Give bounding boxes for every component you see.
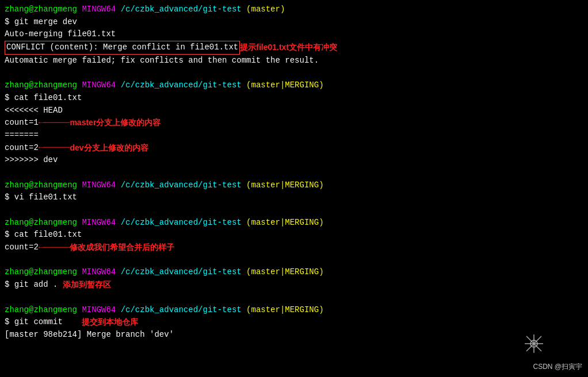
terminal: zhang@zhangmeng MINGW64 /c/czbk_advanced… xyxy=(0,0,588,377)
add-annotation: 添加到暂存区 xyxy=(63,279,111,291)
path-3: /c/czbk_advanced/git-test xyxy=(121,179,242,192)
command-text: $ git merge dev xyxy=(5,16,77,29)
merge-result-line: [master 98eb214] Merge branch 'dev' xyxy=(5,329,583,341)
watermark-text: CSDN @扫寅宇 xyxy=(533,363,582,371)
branch-2: (master|MERGING) xyxy=(246,79,323,92)
username-4: zhang@zhangmeng xyxy=(5,217,77,229)
conflict-separator: ======= xyxy=(5,129,583,142)
shell-name-5: MINGW64 xyxy=(82,266,116,279)
result-annotation: 修改成我们希望合并后的样子 xyxy=(70,241,174,254)
logo-icon xyxy=(524,333,544,354)
branch-5: (master|MERGING) xyxy=(246,266,323,279)
command-merge: $ git merge dev xyxy=(5,16,583,29)
count2-result-line: count=2 ←────── 修改成我们希望合并后的样子 xyxy=(5,241,583,254)
commit-annotation: 提交到本地仓库 xyxy=(82,316,138,329)
username-2: zhang@zhangmeng xyxy=(5,79,77,92)
prompt-line-3: zhang@zhangmeng MINGW64 /c/czbk_advanced… xyxy=(5,179,583,192)
master-annotation: master分支上修改的内容 xyxy=(70,117,161,129)
blank-5 xyxy=(5,291,583,304)
path-1: /c/czbk_advanced/git-test xyxy=(121,3,242,16)
arrow-result: ←────── xyxy=(39,242,70,253)
prompt-line-5: zhang@zhangmeng MINGW64 /c/czbk_advanced… xyxy=(5,266,583,279)
auto-merging-line: Auto-merging file01.txt xyxy=(5,28,583,41)
branch-4: (master|MERGING) xyxy=(246,217,323,229)
conflict-end-marker: >>>>>>> dev xyxy=(5,154,583,167)
username-1: zhang@zhangmeng xyxy=(5,3,77,16)
path-5: /c/czbk_advanced/git-test xyxy=(121,266,242,279)
branch-3: (master|MERGING) xyxy=(246,179,323,192)
blank-2 xyxy=(5,167,583,179)
prompt-line-6: zhang@zhangmeng MINGW64 /c/czbk_advanced… xyxy=(5,304,583,317)
shell-name-3: MINGW64 xyxy=(82,179,116,192)
prompt-line-2: zhang@zhangmeng MINGW64 /c/czbk_advanced… xyxy=(5,79,583,92)
conflict-annotation: 提示file01.txt文件中有冲突 xyxy=(240,41,337,54)
conflict-line: CONFLICT (content): Merge conflict in fi… xyxy=(5,41,583,55)
dev-annotation: dev分支上修改的内容 xyxy=(70,142,148,155)
path-6: /c/czbk_advanced/git-test xyxy=(121,304,242,317)
merge-failed-line: Automatic merge failed; fix conflicts an… xyxy=(5,55,583,67)
count2-line: count=2 ←────── dev分支上修改的内容 xyxy=(5,142,583,155)
shell-name-6: MINGW64 xyxy=(82,304,116,317)
arrow-dev: ←────── xyxy=(39,142,70,153)
command-commit: $ git commit 提交到本地仓库 xyxy=(5,316,583,329)
prompt-line-4: zhang@zhangmeng MINGW64 /c/czbk_advanced… xyxy=(5,217,583,229)
arrow-master: ←────── xyxy=(39,117,70,129)
shell-name-2: MINGW64 xyxy=(82,79,116,92)
username-5: zhang@zhangmeng xyxy=(5,266,77,279)
count1-line: count=1 ←────── master分支上修改的内容 xyxy=(5,117,583,129)
blank-3 xyxy=(5,204,583,217)
conflict-message: CONFLICT (content): Merge conflict in fi… xyxy=(5,41,240,55)
conflict-head-marker: <<<<<<< HEAD xyxy=(5,105,583,117)
branch-1: (master) xyxy=(246,3,285,16)
watermark: CSDN @扫寅宇 xyxy=(533,361,582,372)
command-cat-1: $ cat file01.txt xyxy=(5,92,583,105)
prompt-line-1: zhang@zhangmeng MINGW64 /c/czbk_advanced… xyxy=(5,3,583,16)
shell-name-4: MINGW64 xyxy=(82,217,116,229)
command-cat-2: $ cat file01.txt xyxy=(5,229,583,241)
path-4: /c/czbk_advanced/git-test xyxy=(121,217,242,229)
username-6: zhang@zhangmeng xyxy=(5,304,77,317)
blank-4 xyxy=(5,254,583,267)
username-3: zhang@zhangmeng xyxy=(5,179,77,192)
branch-6: (master|MERGING) xyxy=(246,304,323,317)
blank-1 xyxy=(5,67,583,79)
shell-name-1: MINGW64 xyxy=(82,3,116,16)
command-vi: $ vi file01.txt xyxy=(5,191,583,204)
command-add: $ git add . 添加到暂存区 xyxy=(5,279,583,291)
path-2: /c/czbk_advanced/git-test xyxy=(121,79,242,92)
